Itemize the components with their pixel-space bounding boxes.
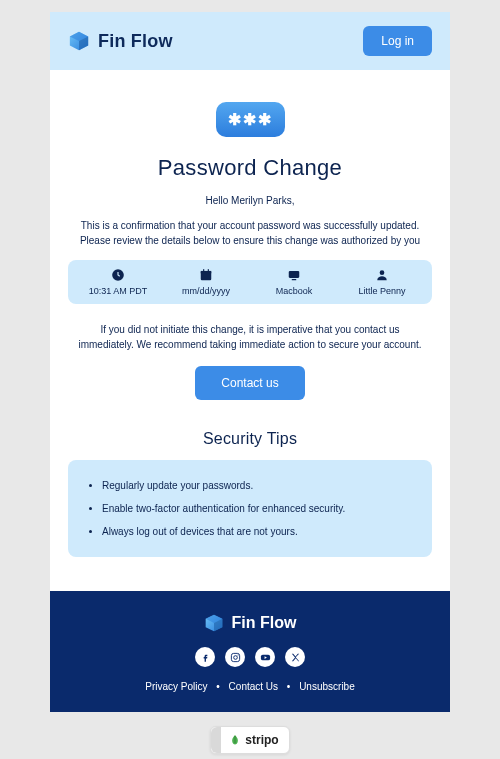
contact-link[interactable]: Contact Us <box>229 681 278 692</box>
person-pin-icon <box>375 268 389 282</box>
detail-device: Macbook <box>250 268 338 296</box>
footer-brand-name: Fin Flow <box>232 614 297 632</box>
detail-time-label: 10:31 AM PDT <box>89 286 148 296</box>
details-bar: 10:31 AM PDT mm/dd/yyyy Macbook Little P… <box>68 260 432 304</box>
tip-item: Regularly update your passwords. <box>102 474 414 497</box>
detail-date-label: mm/dd/yyyy <box>182 286 230 296</box>
detail-date: mm/dd/yyyy <box>162 268 250 296</box>
svg-rect-5 <box>289 271 300 278</box>
svg-point-9 <box>233 655 237 659</box>
tip-item: Always log out of devices that are not y… <box>102 520 414 543</box>
stripo-text: stripo <box>245 733 278 747</box>
login-button[interactable]: Log in <box>363 26 432 56</box>
x-twitter-icon[interactable] <box>285 647 305 667</box>
device-icon <box>287 268 301 282</box>
detail-time: 10:31 AM PDT <box>74 268 162 296</box>
password-icon: ✱✱✱ <box>216 102 285 137</box>
contact-us-button[interactable]: Contact us <box>195 366 304 400</box>
privacy-link[interactable]: Privacy Policy <box>145 681 207 692</box>
tips-box: Regularly update your passwords. Enable … <box>68 460 432 557</box>
stripo-leaf-icon <box>229 734 241 746</box>
warning-paragraph: If you did not initiate this change, it … <box>68 322 432 352</box>
greeting: Hello Merilyn Parks, <box>68 195 432 206</box>
brand-name: Fin Flow <box>98 31 173 52</box>
detail-device-label: Macbook <box>276 286 313 296</box>
svg-point-10 <box>237 654 238 655</box>
email-container: Fin Flow Log in ✱✱✱ Password Change Hell… <box>50 12 450 712</box>
svg-rect-2 <box>201 271 212 273</box>
footer-links: Privacy Policy • Contact Us • Unsubscrib… <box>68 681 432 692</box>
calendar-icon <box>199 268 213 282</box>
instagram-icon[interactable] <box>225 647 245 667</box>
header: Fin Flow Log in <box>50 12 450 70</box>
logo-cube-icon <box>68 30 90 52</box>
footer: Fin Flow Privacy Policy • Contact Us • U… <box>50 591 450 712</box>
detail-location-label: Little Penny <box>358 286 405 296</box>
badge-tab <box>211 727 221 753</box>
footer-logo: Fin Flow <box>68 613 432 633</box>
svg-rect-3 <box>203 269 204 271</box>
stripo-badge[interactable]: stripo <box>210 726 289 754</box>
logo-cube-icon <box>204 613 224 633</box>
detail-location: Little Penny <box>338 268 426 296</box>
social-links <box>68 647 432 667</box>
body-area: ✱✱✱ Password Change Hello Merilyn Parks,… <box>50 70 450 591</box>
svg-rect-4 <box>208 269 209 271</box>
unsubscribe-link[interactable]: Unsubscribe <box>299 681 355 692</box>
svg-rect-6 <box>292 279 297 280</box>
svg-point-7 <box>380 270 385 275</box>
tip-item: Enable two-factor authentication for enh… <box>102 497 414 520</box>
clock-icon <box>111 268 125 282</box>
page-title: Password Change <box>68 155 432 181</box>
separator: • <box>287 681 291 692</box>
facebook-icon[interactable] <box>195 647 215 667</box>
youtube-icon[interactable] <box>255 647 275 667</box>
tips-title: Security Tips <box>68 430 432 448</box>
separator: • <box>216 681 220 692</box>
confirmation-paragraph: This is a confirmation that your account… <box>68 218 432 248</box>
logo: Fin Flow <box>68 30 173 52</box>
